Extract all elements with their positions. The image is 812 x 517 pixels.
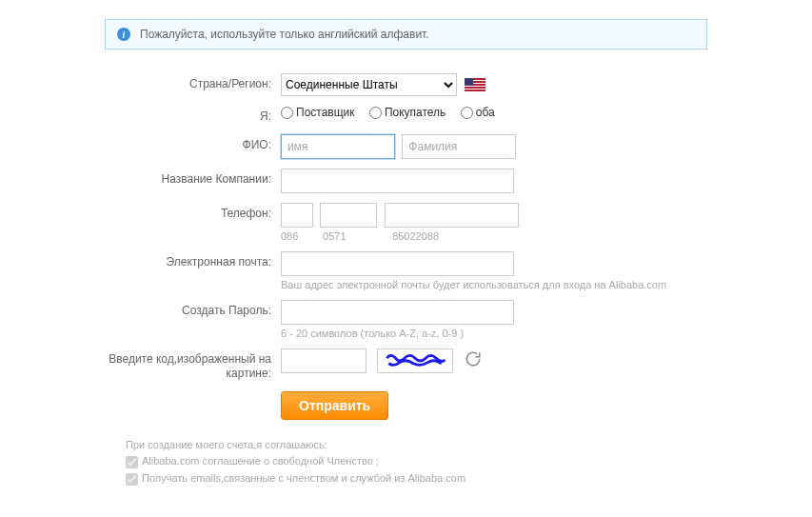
label-company: Название Компании: <box>105 169 281 188</box>
phone-cc-hint: 086 <box>281 230 313 242</box>
flag-icon <box>465 78 485 92</box>
agreement-checkbox-2[interactable] <box>126 473 138 486</box>
email-input[interactable] <box>281 251 514 276</box>
country-select[interactable]: Соединенные Штаты <box>281 73 457 96</box>
radio-both[interactable] <box>461 107 473 119</box>
label-name: ФИО: <box>105 134 281 153</box>
email-hint: Ваш адрес электронной почты будет исполь… <box>281 279 707 290</box>
phone-area-hint: 0571 <box>323 230 380 242</box>
agreement-intro: При создание моего счета,я соглашаюсь: <box>126 437 707 454</box>
first-name-input[interactable] <box>281 134 395 159</box>
company-input[interactable] <box>281 169 514 193</box>
captcha-image <box>377 348 453 373</box>
radio-both-label[interactable]: оба <box>461 106 495 119</box>
info-icon: i <box>117 28 130 41</box>
password-hint: 6 - 20 символов (только A-Z, a-z, 0-9 ) <box>281 328 707 339</box>
info-banner: i Пожалуйста, используйте только английс… <box>105 19 707 50</box>
label-email: Электронная почта: <box>105 251 281 270</box>
refresh-icon[interactable] <box>465 350 482 370</box>
phone-number-input[interactable] <box>385 203 519 228</box>
radio-buyer-label[interactable]: Покупатель <box>369 106 449 119</box>
label-captcha: Введите код,изображенный на картине: <box>105 348 281 382</box>
label-country: Страна/Регион: <box>105 73 281 92</box>
phone-num-hint: 85022088 <box>392 230 439 242</box>
last-name-input[interactable] <box>402 134 516 159</box>
agreement-checkbox-1[interactable] <box>126 456 138 468</box>
agreement-text-1: Alibaba.com соглашение о свободной Членс… <box>142 455 379 467</box>
captcha-input[interactable] <box>281 348 366 373</box>
label-role: Я: <box>105 106 281 125</box>
phone-area-code-input[interactable] <box>320 203 377 228</box>
submit-button[interactable]: Отправить <box>281 391 388 420</box>
agreement-text-2: Получать emails,связанные с членством и … <box>142 472 465 484</box>
label-phone: Телефон: <box>105 203 281 222</box>
phone-country-code-input[interactable] <box>281 203 313 228</box>
info-banner-text: Пожалуйста, используйте только английски… <box>140 28 429 41</box>
radio-supplier[interactable] <box>281 107 293 119</box>
password-input[interactable] <box>281 300 514 325</box>
radio-buyer[interactable] <box>369 107 382 119</box>
radio-supplier-label[interactable]: Поставщик <box>281 106 358 119</box>
label-password: Создать Пароль: <box>105 300 281 319</box>
